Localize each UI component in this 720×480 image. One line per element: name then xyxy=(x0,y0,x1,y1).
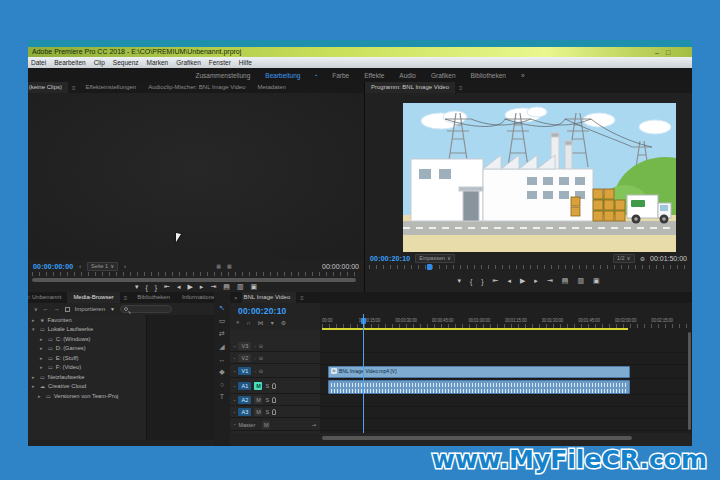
filter-icon[interactable]: ▼ xyxy=(110,306,115,312)
favorites-dropdown-icon[interactable]: ∨ xyxy=(34,306,38,312)
program-time-ruler[interactable] xyxy=(369,265,688,269)
fit-select[interactable]: Einpassen ∨ xyxy=(415,254,455,263)
lane-v1[interactable]: fx BNL Image Video.mp4 [V] xyxy=(320,365,692,379)
step-back-icon[interactable]: ◂ xyxy=(507,277,511,285)
workspace-zusammenstellung[interactable]: Zusammenstellung xyxy=(195,72,250,79)
step-forward-icon[interactable]: ▸ xyxy=(200,283,204,291)
mark-out-icon[interactable]: } xyxy=(481,278,483,285)
track-select-tool[interactable]: ▭ xyxy=(219,317,226,325)
master-mute-button[interactable]: M xyxy=(262,421,270,429)
page-select[interactable]: Seite 1 ∨ xyxy=(87,262,118,271)
lane-master[interactable] xyxy=(320,419,692,431)
program-playhead[interactable] xyxy=(427,264,432,270)
panel-menu-icon[interactable]: ≡ xyxy=(68,85,80,91)
tree-item-drive-c[interactable]: ▸ ▭ C: (Windows) xyxy=(28,334,146,344)
workspace-menu-icon[interactable]: ▪ xyxy=(315,72,317,78)
track-header-a1[interactable]: ▪ A1 M S xyxy=(230,379,320,394)
go-to-out-icon[interactable]: ⇥ xyxy=(547,277,553,285)
add-marker-icon[interactable]: ▾ xyxy=(457,277,461,285)
track-header-a2[interactable]: ▪ A2 M S xyxy=(230,395,320,406)
export-frame-icon[interactable]: ▣ xyxy=(593,277,600,285)
audio-clip[interactable] xyxy=(328,380,630,394)
timeline-ruler[interactable]: 00:0000:00:15:00 00:00:30:0000:00:45:00 … xyxy=(320,303,692,330)
tree-item-drive-e[interactable]: ▸ ▭ E: (Stuff) xyxy=(28,353,146,363)
tab-source[interactable]: Quelle: (keine Clips) xyxy=(28,82,68,93)
insert-marker-icon[interactable]: ⌖ xyxy=(236,319,239,326)
panel-menu-icon[interactable]: ≡ xyxy=(296,295,308,301)
video-clip[interactable]: fx BNL Image Video.mp4 [V] xyxy=(328,366,630,378)
lock-icon[interactable]: ▪ xyxy=(234,369,235,374)
hand-tool[interactable]: ○ xyxy=(220,381,224,388)
source-time-ruler[interactable] xyxy=(32,272,360,276)
page-prev-icon[interactable]: ‹ xyxy=(79,263,81,269)
back-icon[interactable]: ← xyxy=(43,306,49,312)
track-header-v3[interactable]: ▪ V3 ▫ ⊙ xyxy=(230,341,320,352)
workspace-bibliotheken[interactable]: Bibliotheken xyxy=(471,72,506,79)
solo-button[interactable]: S xyxy=(265,397,269,403)
timeline-playhead-line[interactable] xyxy=(363,314,364,433)
tab-metadata[interactable]: Metadaten xyxy=(252,82,292,93)
lock-icon[interactable]: ▪ xyxy=(234,410,235,415)
import-checkbox[interactable] xyxy=(65,307,70,312)
go-to-in-icon[interactable]: ⇤ xyxy=(493,277,499,285)
settings-wrench-icon[interactable]: ⚙ xyxy=(640,255,645,262)
search-input[interactable] xyxy=(120,305,172,313)
menu-grafiken[interactable]: Grafiken xyxy=(176,59,201,66)
safe-margins-icon[interactable]: ▦ xyxy=(216,263,221,269)
mute-button[interactable]: M xyxy=(254,382,262,390)
mute-button[interactable]: M xyxy=(254,408,262,416)
menu-sequenz[interactable]: Sequenz xyxy=(113,59,139,66)
lane-a2[interactable] xyxy=(320,395,692,407)
tab-sequence[interactable]: BNL Image Video xyxy=(242,292,297,303)
source-viewer[interactable] xyxy=(28,93,364,260)
mic-icon[interactable] xyxy=(272,409,276,415)
lock-icon[interactable]: ▪ xyxy=(234,384,235,389)
lane-a1[interactable] xyxy=(320,379,692,395)
workspace-farbe[interactable]: Farbe xyxy=(332,72,349,79)
menu-clip[interactable]: Clip xyxy=(94,59,105,66)
track-lanes[interactable]: fx BNL Image Video.mp4 [V] xyxy=(320,330,692,433)
tab-project[interactable]: Projekt: Unbenannt xyxy=(28,292,67,303)
razor-tool[interactable]: ◢ xyxy=(219,343,224,351)
tree-item-creative-cloud[interactable]: ▸ ☁ Creative Cloud xyxy=(28,382,146,392)
go-to-out-icon[interactable]: ⇥ xyxy=(210,283,216,291)
mark-out-icon[interactable]: } xyxy=(155,284,157,291)
menu-bearbeiten[interactable]: Bearbeiten xyxy=(54,59,85,66)
track-header-master[interactable]: ▪ Master M ⇥ xyxy=(230,419,320,431)
sync-lock-icon[interactable]: ▫ xyxy=(254,344,255,349)
track-header-v1[interactable]: ▪ V1 ▫ ⊙ xyxy=(230,365,320,378)
solo-button[interactable]: S xyxy=(265,409,269,415)
close-icon[interactable]: × xyxy=(230,295,242,301)
page-next-icon[interactable]: › xyxy=(124,263,126,269)
tree-item-team-projects[interactable]: ▸ ▭ Versionen von Team-Proj xyxy=(28,391,146,401)
workspace-bearbeitung[interactable]: Bearbeitung xyxy=(265,72,300,79)
workspace-overflow-icon[interactable]: » xyxy=(521,72,525,79)
lift-icon[interactable]: ▤ xyxy=(562,277,569,285)
maximize-button[interactable]: □ xyxy=(663,48,673,57)
play-icon[interactable]: ▶ xyxy=(520,277,525,285)
marker-icon[interactable]: ▾ xyxy=(271,319,274,326)
lane-a3[interactable] xyxy=(320,407,692,419)
mic-icon[interactable] xyxy=(272,383,276,389)
media-browser-contents-pane[interactable] xyxy=(146,315,214,440)
workspace-audio[interactable]: Audio xyxy=(399,72,416,79)
linked-selection-icon[interactable]: ⋈ xyxy=(258,319,264,326)
track-header-a3[interactable]: ▪ A3 M S xyxy=(230,407,320,418)
keyframe-nav-icon[interactable]: ⇥ xyxy=(312,422,320,428)
playback-resolution-select[interactable]: 1/2 ∨ xyxy=(613,254,635,263)
play-icon[interactable]: ▶ xyxy=(187,283,192,291)
lane-v3[interactable] xyxy=(320,341,692,353)
timeline-settings-icon[interactable]: ⚙ xyxy=(281,319,286,326)
menu-fenster[interactable]: Fenster xyxy=(209,59,231,66)
tree-item-drive-d[interactable]: ▸ ▭ D: (Games) xyxy=(28,344,146,354)
tab-audio-clip-mixer[interactable]: Audioclip-Mischer: BNL Image Video xyxy=(142,82,251,93)
extract-icon[interactable]: ▥ xyxy=(577,277,584,285)
tree-pane[interactable]: ▸ ★ Favoriten ▾ ▭ Lokale Laufwerke ▸ ▭ xyxy=(28,315,146,440)
sync-lock-icon[interactable]: ▫ xyxy=(254,369,255,374)
mark-in-icon[interactable]: { xyxy=(470,278,472,285)
timeline-hscrollbar[interactable] xyxy=(322,436,632,440)
tab-libraries[interactable]: Bibliotheken xyxy=(131,292,176,303)
lock-icon[interactable]: ▪ xyxy=(234,344,235,349)
lock-icon[interactable]: ▪ xyxy=(234,422,235,427)
tree-item-netzlaufwerke[interactable]: ▸ ▭ Netzlaufwerke xyxy=(28,372,146,382)
